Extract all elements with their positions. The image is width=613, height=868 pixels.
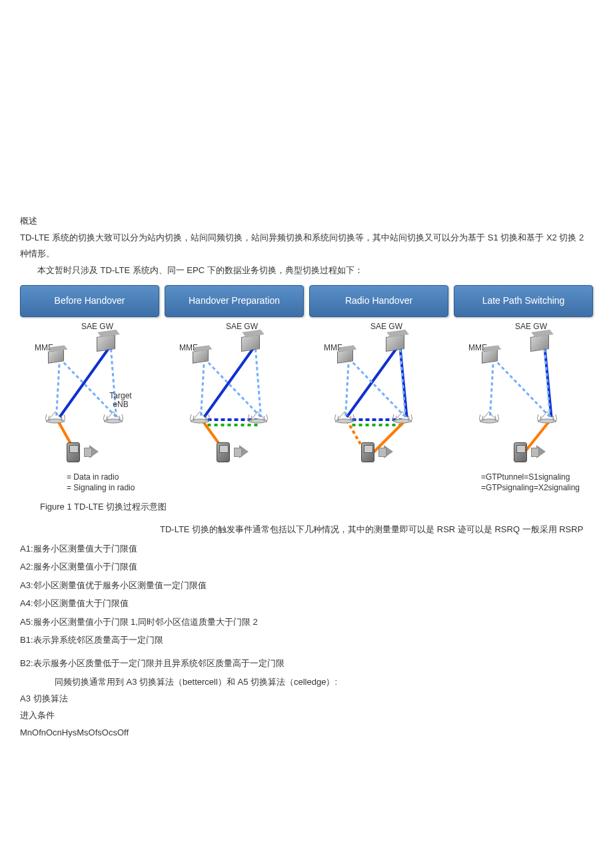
move-arrow-icon: [384, 445, 393, 458]
node-source-enb: [45, 410, 65, 424]
event-a5: A5:服务小区测量值小于门限 1,同时邻小区信道质量大于门限 2: [20, 614, 593, 630]
panel-header: Radio Handover: [309, 285, 448, 317]
node-target-enb: [103, 410, 123, 424]
node-source-enb: [190, 410, 210, 424]
node-ue: [217, 442, 230, 462]
panel-handover-preparation: Handover Preparation SAE GW MME: [165, 285, 304, 470]
trigger-intro: TD-LTE 切换的触发事件通常包括以下几种情况，其中的测量量即可以是 RSR …: [20, 522, 593, 537]
svg-line-10: [256, 349, 261, 417]
event-a3: A3:邻小区测量值优于服务小区测量值一定门限值: [20, 578, 593, 593]
event-a1: A1:服务小区测量值大于门限值: [20, 541, 593, 556]
legend-data-in-radio: = Data in radio: [67, 472, 135, 483]
node-target-enb: [392, 410, 412, 424]
a3-formula: MnOfnOcnHysMsOfsOcsOff: [20, 725, 593, 740]
label-sae-gw: SAE GW: [226, 322, 258, 331]
svg-line-27: [545, 347, 552, 417]
node-ue: [67, 442, 80, 462]
node-sae-gw: [386, 334, 404, 352]
figure-legend: = Data in radio = Signaling in radio =GT…: [20, 470, 593, 500]
panel-header: Handover Preparation: [165, 285, 304, 317]
svg-line-20: [400, 349, 406, 417]
event-b1: B1:表示异系统邻区质量高于一定门限: [20, 632, 593, 648]
svg-line-7: [205, 347, 255, 417]
legend-signaling-in-radio: = Signaling in radio: [67, 482, 135, 494]
svg-line-8: [201, 358, 205, 417]
node-mme: [482, 349, 498, 363]
label-target-enb: Target eNB: [104, 392, 137, 409]
legend-gtp-signaling: =GTPsignaling=X2signaling: [481, 482, 580, 494]
panel-late-path-switching: Late Path Switching SAE GW MME: [454, 285, 593, 470]
panel-radio-handover: Radio Handover SAE GW: [309, 285, 448, 470]
node-sae-gw: [530, 334, 549, 352]
panel-header: Before Handover: [20, 285, 159, 317]
event-b2: B2:表示服务小区质量低于一定门限并且异系统邻区质量高于一定门限: [20, 655, 593, 671]
panel-header: Late Path Switching: [454, 285, 593, 317]
node-mme: [193, 349, 209, 363]
event-a4: A4:邻小区测量值大于门限值: [20, 596, 593, 611]
node-mme: [337, 349, 353, 363]
figure-1: Before Handover SAE GW MME Target eNB: [20, 285, 593, 515]
svg-line-28: [490, 358, 494, 417]
svg-line-0: [60, 347, 110, 417]
svg-line-30: [545, 349, 550, 417]
move-arrow-icon: [239, 445, 249, 458]
node-sae-gw: [97, 334, 115, 352]
figure-caption: Figure 1 TD-LTE 切换过程示意图: [20, 499, 593, 514]
node-source-enb: [479, 410, 499, 424]
move-arrow-icon: [536, 445, 546, 458]
move-arrow-icon: [89, 445, 99, 458]
label-sae-gw: SAE GW: [81, 322, 113, 331]
svg-line-9: [205, 358, 261, 417]
legend-gtp-tunnel: =GTPtunnel=S1signaling: [481, 472, 580, 483]
svg-line-19: [349, 358, 406, 417]
enter-condition-label: 进入条件: [20, 707, 593, 723]
node-ue: [514, 442, 527, 462]
svg-line-16: [347, 347, 398, 417]
panel-before-handover: Before Handover SAE GW MME Target eNB: [20, 285, 159, 470]
node-source-enb: [334, 410, 354, 424]
algorithm-intro: 同频切换通常用到 A3 切换算法（bettercell）和 A5 切换算法（ce…: [20, 674, 593, 689]
label-sae-gw: SAE GW: [515, 322, 547, 331]
svg-line-1: [57, 358, 60, 417]
label-sae-gw: SAE GW: [370, 322, 402, 331]
intro-paragraph-2: 本文暂时只涉及 TD-LTE 系统内、同一 EPC 下的数据业务切换，典型切换过…: [20, 262, 593, 278]
svg-line-18: [346, 358, 349, 417]
section-title: 概述: [20, 213, 593, 228]
intro-paragraph-1: TD-LTE 系统的切换大致可以分为站内切换，站间同频切换，站间异频切换和系统间…: [20, 230, 593, 261]
node-sae-gw: [241, 334, 260, 352]
a3-algorithm-title: A3 切换算法: [20, 691, 593, 706]
svg-line-29: [494, 358, 550, 417]
svg-line-17: [400, 347, 407, 417]
event-a2: A2:服务小区测量值小于门限值: [20, 559, 593, 574]
node-mme: [48, 349, 64, 363]
node-target-enb: [248, 410, 268, 424]
node-ue: [361, 442, 374, 462]
node-target-enb: [537, 410, 557, 424]
